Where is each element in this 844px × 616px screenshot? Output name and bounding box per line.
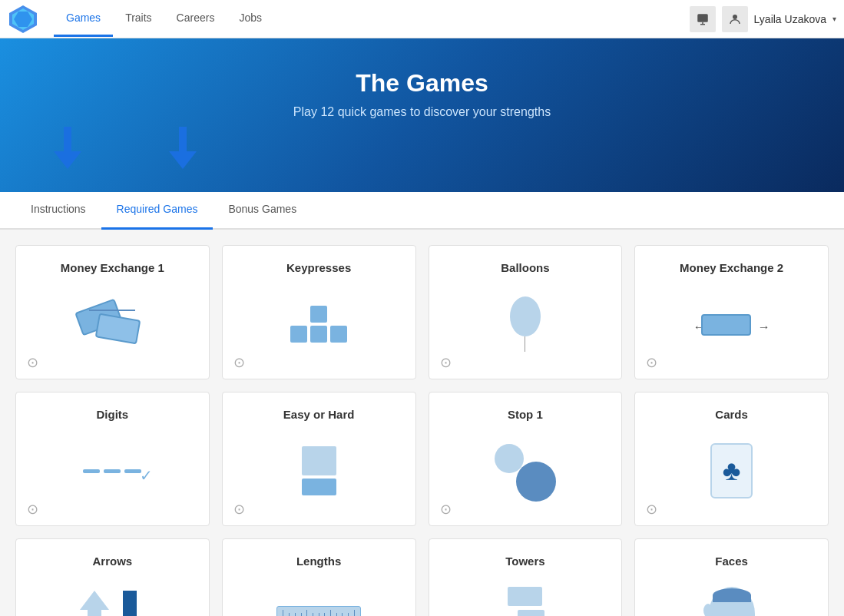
game-check-balloons: ⊙ bbox=[440, 354, 452, 371]
nav-jobs[interactable]: Jobs bbox=[227, 1, 274, 37]
game-card-money-exchange-2[interactable]: Money Exchange 2 ← → ⊙ bbox=[634, 245, 829, 379]
game-card-stop-1[interactable]: Stop 1 ⊙ bbox=[429, 392, 623, 526]
tab-bonus-games[interactable]: Bonus Games bbox=[213, 190, 312, 230]
game-title-towers: Towers bbox=[505, 555, 544, 568]
nav-traits[interactable]: Traits bbox=[113, 1, 164, 37]
game-card-digits[interactable]: Digits ✓ ⊙ bbox=[15, 392, 210, 526]
game-title-digits: Digits bbox=[97, 408, 129, 421]
nav-games[interactable]: Games bbox=[54, 1, 113, 37]
hero-section: The Games Play 12 quick games to discove… bbox=[0, 38, 844, 192]
faces-icon bbox=[650, 578, 813, 616]
playing-card-icon: ♣ bbox=[710, 443, 753, 498]
games-grid: Money Exchange 1 ⊙ Keypresses bbox=[0, 230, 844, 616]
game-title-money-exchange-2: Money Exchange 2 bbox=[680, 261, 783, 274]
game-title-balloons: Balloons bbox=[501, 261, 549, 274]
games-section: Money Exchange 1 ⊙ Keypresses bbox=[0, 230, 844, 616]
game-title-easy-or-hard: Easy or Hard bbox=[283, 408, 355, 421]
arrow-required-games bbox=[169, 127, 197, 169]
navbar-right: Lyaila Uzakova ▾ bbox=[690, 6, 836, 32]
game-title-faces: Faces bbox=[715, 555, 748, 568]
navbar: Games Traits Careers Jobs Lyaila Uzakova… bbox=[0, 0, 844, 38]
game-card-towers[interactable]: Towers ⊙ bbox=[429, 538, 623, 616]
game-check-keypresses: ⊙ bbox=[233, 354, 245, 371]
tabs-bar: Instructions Required Games Bonus Games bbox=[0, 190, 844, 230]
profile-button[interactable] bbox=[722, 6, 748, 32]
game-card-keypresses[interactable]: Keypresses ⊙ bbox=[222, 245, 416, 379]
game-check-stop-1: ⊙ bbox=[440, 501, 452, 518]
digits-icon: ✓ bbox=[31, 432, 194, 510]
game-check-easy-or-hard: ⊙ bbox=[233, 501, 245, 518]
svg-marker-11 bbox=[115, 591, 144, 616]
game-card-easy-or-hard[interactable]: Easy or Hard ⊙ bbox=[222, 392, 416, 526]
nav-links: Games Traits Careers Jobs bbox=[54, 1, 690, 37]
arrows-icon bbox=[31, 578, 194, 616]
game-check-digits: ⊙ bbox=[27, 501, 38, 518]
game-title-stop-1: Stop 1 bbox=[508, 408, 543, 421]
keypresses-icon bbox=[238, 285, 400, 363]
game-card-lengths[interactable]: Lengths ⊙ bbox=[222, 538, 416, 616]
svg-marker-6 bbox=[54, 151, 81, 169]
tab-instructions[interactable]: Instructions bbox=[15, 190, 101, 230]
game-title-cards: Cards bbox=[715, 408, 748, 421]
towers-icon bbox=[445, 578, 607, 616]
game-card-faces[interactable]: Faces ⊙ bbox=[634, 538, 829, 616]
svg-marker-10 bbox=[80, 591, 109, 616]
game-card-arrows[interactable]: Arrows ⊙ bbox=[15, 538, 210, 616]
game-title-arrows: Arrows bbox=[93, 555, 133, 568]
club-suit-icon: ♣ bbox=[723, 455, 741, 487]
cards-icon: ♣ bbox=[650, 432, 813, 510]
nav-careers[interactable]: Careers bbox=[164, 1, 227, 37]
arrow-right-icon: → bbox=[758, 320, 770, 334]
user-name: Lyaila Uzakova bbox=[754, 13, 826, 25]
game-check-money-exchange-1: ⊙ bbox=[27, 354, 38, 371]
game-check-cards: ⊙ bbox=[646, 501, 657, 518]
money-exchange-2-icon: ← → bbox=[650, 285, 813, 363]
user-menu-chevron[interactable]: ▾ bbox=[832, 15, 836, 23]
svg-marker-8 bbox=[169, 151, 197, 169]
game-title-keypresses: Keypresses bbox=[286, 261, 351, 274]
stop-1-icon bbox=[445, 432, 607, 510]
easy-or-hard-icon bbox=[238, 432, 400, 510]
game-card-cards[interactable]: Cards ♣ ⊙ bbox=[634, 392, 829, 526]
game-card-balloons[interactable]: Balloons ⊙ bbox=[429, 245, 623, 379]
game-check-money-exchange-2: ⊙ bbox=[646, 354, 657, 371]
game-card-money-exchange-1[interactable]: Money Exchange 1 ⊙ bbox=[15, 245, 210, 379]
lengths-icon bbox=[238, 578, 400, 616]
svg-point-4 bbox=[733, 15, 737, 19]
game-title-money-exchange-1: Money Exchange 1 bbox=[61, 261, 164, 274]
app-logo bbox=[8, 4, 38, 35]
arrow-instructions bbox=[54, 127, 81, 169]
svg-rect-5 bbox=[64, 127, 71, 151]
game-title-lengths: Lengths bbox=[296, 555, 341, 568]
tab-required-games[interactable]: Required Games bbox=[101, 190, 213, 230]
balloons-icon bbox=[445, 285, 607, 363]
money-exchange-1-icon bbox=[31, 285, 194, 363]
svg-rect-7 bbox=[179, 127, 187, 151]
hero-subtitle: Play 12 quick games to discover your str… bbox=[15, 105, 829, 119]
svg-rect-3 bbox=[697, 14, 708, 22]
notification-button[interactable] bbox=[690, 6, 716, 32]
hero-title: The Games bbox=[15, 69, 829, 98]
